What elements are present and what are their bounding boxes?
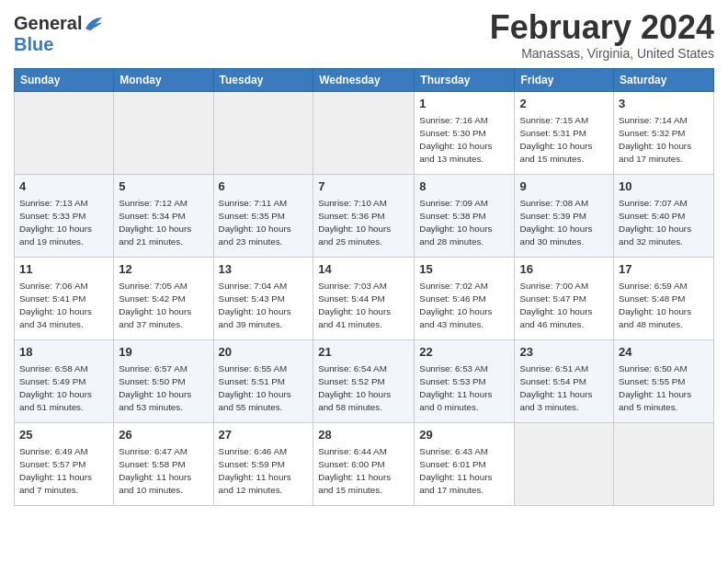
- day-info: Sunrise: 7:07 AMSunset: 5:40 PMDaylight:…: [619, 197, 709, 249]
- day-info: Sunrise: 7:13 AMSunset: 5:33 PMDaylight:…: [19, 197, 108, 249]
- day-number: 4: [19, 178, 108, 195]
- day-number: 25: [19, 427, 108, 443]
- day-info: Sunrise: 6:53 AMSunset: 5:53 PMDaylight:…: [419, 362, 509, 415]
- logo: General Blue: [14, 13, 104, 55]
- day-info: Sunrise: 7:05 AMSunset: 5:42 PMDaylight:…: [119, 280, 208, 332]
- calendar-table: SundayMondayTuesdayWednesdayThursdayFrid…: [14, 68, 714, 506]
- day-info: Sunrise: 7:15 AMSunset: 5:31 PMDaylight:…: [519, 114, 609, 167]
- calendar-day-cell: 11Sunrise: 7:06 AMSunset: 5:41 PMDayligh…: [15, 257, 114, 339]
- day-info: Sunrise: 6:55 AMSunset: 5:51 PMDaylight:…: [219, 362, 309, 415]
- day-number: 13: [219, 261, 309, 278]
- calendar-day-cell: 1Sunrise: 7:16 AMSunset: 5:30 PMDaylight…: [415, 91, 515, 174]
- day-number: 5: [119, 178, 208, 195]
- day-info: Sunrise: 6:44 AMSunset: 6:00 PMDaylight:…: [318, 445, 409, 498]
- calendar-day-cell: 28Sunrise: 6:44 AMSunset: 6:00 PMDayligh…: [313, 422, 415, 505]
- logo-blue-text: Blue: [14, 34, 53, 55]
- weekday-header-cell: Saturday: [614, 68, 714, 91]
- calendar-day-cell: 20Sunrise: 6:55 AMSunset: 5:51 PMDayligh…: [213, 339, 313, 422]
- title-area: February 2024 Manassas, Virginia, United…: [490, 9, 714, 61]
- day-info: Sunrise: 6:59 AMSunset: 5:48 PMDaylight:…: [619, 280, 709, 332]
- day-info: Sunrise: 7:02 AMSunset: 5:46 PMDaylight:…: [419, 280, 509, 332]
- calendar-day-cell: 2Sunrise: 7:15 AMSunset: 5:31 PMDaylight…: [515, 91, 614, 174]
- calendar-day-cell: 22Sunrise: 6:53 AMSunset: 5:53 PMDayligh…: [415, 339, 515, 422]
- calendar-day-cell: 6Sunrise: 7:11 AMSunset: 5:35 PMDaylight…: [213, 174, 313, 257]
- calendar-day-cell: 16Sunrise: 7:00 AMSunset: 5:47 PMDayligh…: [515, 257, 614, 339]
- calendar-day-cell: [15, 91, 114, 174]
- day-number: 11: [19, 261, 108, 278]
- day-number: 12: [119, 261, 208, 278]
- page-header: General Blue February 2024 Manassas, Vir…: [14, 9, 714, 61]
- calendar-day-cell: 15Sunrise: 7:02 AMSunset: 5:46 PMDayligh…: [415, 257, 515, 339]
- location-title: Manassas, Virginia, United States: [490, 46, 714, 61]
- day-number: 23: [519, 344, 609, 361]
- weekday-header-cell: Tuesday: [213, 68, 313, 91]
- weekday-header-cell: Thursday: [415, 68, 515, 91]
- day-info: Sunrise: 7:09 AMSunset: 5:38 PMDaylight:…: [419, 197, 509, 249]
- calendar-day-cell: 12Sunrise: 7:05 AMSunset: 5:42 PMDayligh…: [114, 257, 213, 339]
- calendar-day-cell: 13Sunrise: 7:04 AMSunset: 5:43 PMDayligh…: [213, 257, 313, 339]
- day-info: Sunrise: 6:54 AMSunset: 5:52 PMDaylight:…: [318, 362, 409, 415]
- calendar-day-cell: [515, 422, 614, 505]
- weekday-header-row: SundayMondayTuesdayWednesdayThursdayFrid…: [15, 68, 714, 91]
- day-number: 28: [318, 427, 409, 443]
- calendar-day-cell: 25Sunrise: 6:49 AMSunset: 5:57 PMDayligh…: [15, 422, 114, 505]
- calendar-day-cell: 4Sunrise: 7:13 AMSunset: 5:33 PMDaylight…: [15, 174, 114, 257]
- day-info: Sunrise: 7:00 AMSunset: 5:47 PMDaylight:…: [519, 280, 609, 332]
- day-number: 9: [519, 178, 609, 195]
- day-number: 2: [519, 96, 609, 112]
- day-number: 3: [619, 96, 709, 112]
- day-number: 15: [419, 261, 509, 278]
- day-info: Sunrise: 7:03 AMSunset: 5:44 PMDaylight:…: [318, 280, 409, 332]
- calendar-day-cell: 19Sunrise: 6:57 AMSunset: 5:50 PMDayligh…: [114, 339, 213, 422]
- calendar-day-cell: 10Sunrise: 7:07 AMSunset: 5:40 PMDayligh…: [614, 174, 714, 257]
- day-info: Sunrise: 7:10 AMSunset: 5:36 PMDaylight:…: [318, 197, 409, 249]
- day-info: Sunrise: 6:46 AMSunset: 5:59 PMDaylight:…: [219, 445, 309, 498]
- calendar-day-cell: [614, 422, 714, 505]
- day-number: 8: [419, 178, 509, 195]
- day-number: 24: [619, 344, 709, 361]
- calendar-week-row: 11Sunrise: 7:06 AMSunset: 5:41 PMDayligh…: [15, 257, 714, 339]
- calendar-day-cell: 21Sunrise: 6:54 AMSunset: 5:52 PMDayligh…: [313, 339, 415, 422]
- day-info: Sunrise: 7:16 AMSunset: 5:30 PMDaylight:…: [419, 114, 509, 167]
- day-info: Sunrise: 6:50 AMSunset: 5:55 PMDaylight:…: [619, 362, 709, 415]
- day-number: 19: [119, 344, 208, 361]
- day-info: Sunrise: 6:58 AMSunset: 5:49 PMDaylight:…: [19, 362, 108, 415]
- calendar-week-row: 4Sunrise: 7:13 AMSunset: 5:33 PMDaylight…: [15, 174, 714, 257]
- calendar-day-cell: 24Sunrise: 6:50 AMSunset: 5:55 PMDayligh…: [614, 339, 714, 422]
- day-number: 16: [519, 261, 609, 278]
- month-title: February 2024: [490, 9, 714, 46]
- calendar-day-cell: 8Sunrise: 7:09 AMSunset: 5:38 PMDaylight…: [415, 174, 515, 257]
- calendar-day-cell: 26Sunrise: 6:47 AMSunset: 5:58 PMDayligh…: [114, 422, 213, 505]
- weekday-header-cell: Wednesday: [313, 68, 415, 91]
- calendar-day-cell: [213, 91, 313, 174]
- day-info: Sunrise: 6:43 AMSunset: 6:01 PMDaylight:…: [419, 445, 509, 498]
- day-info: Sunrise: 6:57 AMSunset: 5:50 PMDaylight:…: [119, 362, 208, 415]
- day-number: 1: [419, 96, 509, 112]
- calendar-day-cell: [313, 91, 415, 174]
- calendar-day-cell: 3Sunrise: 7:14 AMSunset: 5:32 PMDaylight…: [614, 91, 714, 174]
- calendar-day-cell: 17Sunrise: 6:59 AMSunset: 5:48 PMDayligh…: [614, 257, 714, 339]
- day-number: 7: [318, 178, 409, 195]
- calendar-day-cell: [114, 91, 213, 174]
- calendar-week-row: 25Sunrise: 6:49 AMSunset: 5:57 PMDayligh…: [15, 422, 714, 505]
- day-info: Sunrise: 6:51 AMSunset: 5:54 PMDaylight:…: [519, 362, 609, 415]
- weekday-header-cell: Monday: [114, 68, 213, 91]
- day-info: Sunrise: 6:47 AMSunset: 5:58 PMDaylight:…: [119, 445, 208, 498]
- day-number: 22: [419, 344, 509, 361]
- logo-general-text: General: [14, 13, 82, 34]
- day-info: Sunrise: 7:08 AMSunset: 5:39 PMDaylight:…: [519, 197, 609, 249]
- day-info: Sunrise: 7:11 AMSunset: 5:35 PMDaylight:…: [219, 197, 309, 249]
- logo-bird-icon: [84, 16, 104, 32]
- day-number: 27: [219, 427, 309, 443]
- calendar-day-cell: 14Sunrise: 7:03 AMSunset: 5:44 PMDayligh…: [313, 257, 415, 339]
- day-info: Sunrise: 7:14 AMSunset: 5:32 PMDaylight:…: [619, 114, 709, 167]
- day-number: 20: [219, 344, 309, 361]
- day-number: 14: [318, 261, 409, 278]
- calendar-day-cell: 27Sunrise: 6:46 AMSunset: 5:59 PMDayligh…: [213, 422, 313, 505]
- calendar-day-cell: 23Sunrise: 6:51 AMSunset: 5:54 PMDayligh…: [515, 339, 614, 422]
- day-info: Sunrise: 7:06 AMSunset: 5:41 PMDaylight:…: [19, 280, 108, 332]
- calendar-day-cell: 18Sunrise: 6:58 AMSunset: 5:49 PMDayligh…: [15, 339, 114, 422]
- day-number: 26: [119, 427, 208, 443]
- day-number: 10: [619, 178, 709, 195]
- calendar-day-cell: 9Sunrise: 7:08 AMSunset: 5:39 PMDaylight…: [515, 174, 614, 257]
